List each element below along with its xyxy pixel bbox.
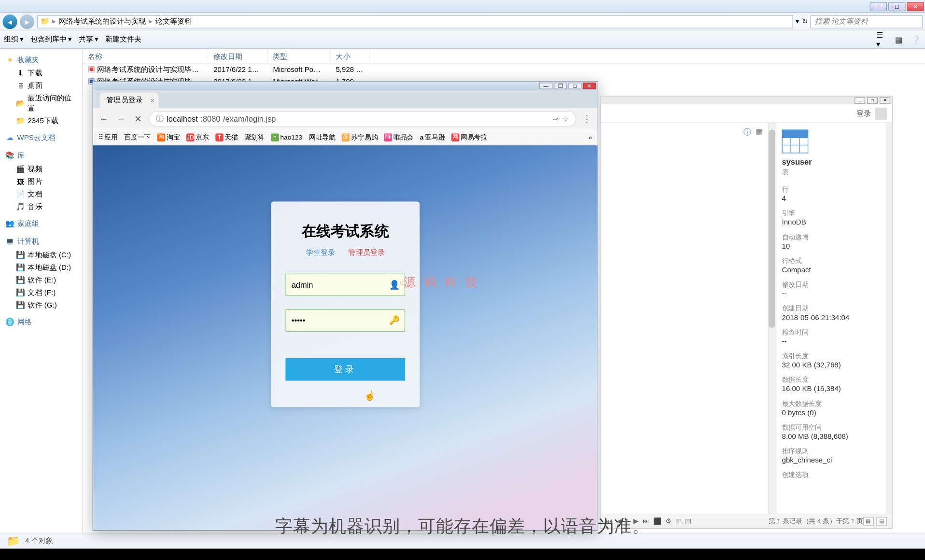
bookmark[interactable]: T天猫 (215, 132, 238, 141)
addr-refresh[interactable]: ↻ (802, 17, 808, 26)
bookmark[interactable]: 网址导航 (309, 132, 336, 141)
scrollbar[interactable] (768, 123, 776, 514)
col-date[interactable]: 修改日期 (208, 49, 267, 63)
side-e[interactable]: 💾软件 (E:) (1, 274, 81, 286)
bookmark[interactable]: 淘淘宝 (157, 132, 180, 141)
side-pc[interactable]: 💻计算机 (1, 235, 81, 249)
file-row[interactable]: ▣ 网络考试系统的设计与实现毕业设计答辩... 2017/6/22 13:42 … (83, 63, 925, 75)
side-video[interactable]: 🎬视频 (1, 163, 81, 175)
db-properties: sysuser 表 行4引擎InnoDB自动递增10行格式Compact修改日期… (777, 123, 893, 514)
side-dl[interactable]: ⬇下载 (1, 67, 81, 79)
side-home[interactable]: 👥家庭组 (1, 217, 81, 231)
side-doc[interactable]: 📄文档 (1, 188, 81, 200)
apps-icon[interactable]: ⠿ 应用 (98, 132, 118, 141)
browser-close[interactable]: ✕ (583, 83, 596, 89)
side-g[interactable]: 💾软件 (G:) (1, 299, 81, 311)
browser-restore[interactable]: ❐ (554, 83, 567, 89)
side-net[interactable]: 🌐网络 (1, 315, 81, 329)
side-recent[interactable]: 📂最近访问的位置 (1, 92, 81, 114)
nav-settings-icon[interactable]: ⚙ (665, 518, 671, 525)
side-c[interactable]: 💾本地磁盘 (C:) (1, 249, 81, 261)
address-bar[interactable]: 📁 ▸ 网络考试系统的设计与实现 ▸ 论文等资料 (37, 15, 793, 28)
tab-student-login[interactable]: 学生登录 (306, 248, 335, 258)
nav-stop-icon[interactable]: ⬛ (653, 518, 661, 525)
db-max[interactable]: □ (867, 97, 878, 104)
db-min[interactable]: — (855, 97, 865, 104)
side-wps[interactable]: ☁WPS云文档 (1, 131, 81, 145)
side-2345[interactable]: 📁2345下载 (1, 114, 81, 127)
bookmark[interactable]: a 亚马逊 (420, 132, 445, 141)
side-music[interactable]: 🎵音乐 (1, 200, 81, 213)
bookmark[interactable]: 网网易考拉 (451, 132, 487, 141)
win-maximize[interactable]: □ (888, 1, 906, 11)
grid-icon[interactable]: ▦ (756, 127, 763, 138)
bookmark[interactable]: hhao123 (271, 133, 302, 141)
url-bar[interactable]: ⓘ localhost:8080/exam/login.jsp ⊸ ☆ (149, 111, 576, 126)
username-input[interactable] (285, 274, 405, 296)
bookmark[interactable]: 聚划算 (245, 132, 265, 141)
bookmark[interactable]: 苏苏宁易购 (342, 132, 378, 141)
addr-dropdown[interactable]: ▾ (796, 18, 799, 25)
video-icon: 🎬 (16, 165, 25, 173)
nav-grid-icon[interactable]: ▦ (675, 518, 681, 525)
nav-back[interactable]: ◄ (2, 14, 17, 28)
nav-list-icon[interactable]: ▤ (685, 518, 691, 525)
browser-max[interactable]: □ (568, 83, 581, 89)
db-close[interactable]: ✕ (880, 97, 890, 104)
side-desktop[interactable]: 🖥桌面 (1, 79, 81, 92)
db-property: 数据长度16.00 KB (16,384) (782, 376, 887, 393)
tb-newfolder[interactable]: 新建文件夹 (105, 34, 141, 44)
search-input[interactable]: 搜索 论文等资料 (810, 15, 923, 28)
back-button[interactable]: ← (97, 112, 110, 125)
nav-forward[interactable]: ► (20, 14, 34, 28)
tab-admin-login[interactable]: 管理员登录 (348, 248, 384, 258)
preview-icon[interactable]: ▦ (894, 34, 904, 45)
db-main-area[interactable]: ⓘ ▦ (601, 123, 776, 514)
footer-btn-1[interactable]: ▦ (863, 517, 874, 526)
tb-share[interactable]: 共享 ▾ (79, 34, 98, 44)
menu-icon[interactable]: ⋮ (580, 112, 593, 125)
password-input[interactable] (285, 309, 405, 332)
info-icon[interactable]: ⓘ (743, 127, 751, 138)
side-scrollbar[interactable] (885, 123, 892, 514)
computer-icon: 💻 (5, 237, 14, 246)
side-fav[interactable]: ★收藏夹 (1, 53, 81, 67)
stop-button[interactable]: ✕ (131, 112, 144, 125)
forward-button[interactable]: → (114, 112, 127, 125)
db-property: 修改日期-- (782, 280, 887, 297)
help-icon[interactable]: ❔ (911, 34, 921, 45)
col-type[interactable]: 类型 (267, 49, 330, 63)
bookmark[interactable]: 唯唯品会 (384, 132, 413, 141)
breadcrumb-1[interactable]: 网络考试系统的设计与实现 (59, 16, 146, 27)
bookmark[interactable]: JD京东 (186, 132, 209, 141)
browser-tab[interactable]: 管理员登录 × (100, 93, 159, 109)
bookmarks-overflow[interactable]: » (589, 134, 592, 141)
db-login-label[interactable]: 登录 (856, 109, 871, 119)
explorer-sidebar: ★收藏夹 ⬇下载 🖥桌面 📂最近访问的位置 📁2345下载 ☁WPS云文档 📚库… (0, 49, 83, 532)
login-button[interactable]: 登录 (285, 358, 405, 381)
music-icon: 🎵 (16, 202, 25, 211)
win-minimize[interactable]: — (870, 1, 887, 11)
browser-min[interactable]: — (539, 83, 552, 89)
tab-close-icon[interactable]: × (150, 96, 155, 105)
bookmark[interactable]: 百度一下 (124, 132, 151, 141)
prop-label: 索引长度 (782, 351, 887, 361)
side-d[interactable]: 💾本地磁盘 (D:) (1, 261, 81, 274)
side-f[interactable]: 💾文档 (F:) (1, 286, 81, 299)
win-close[interactable]: ✕ (907, 1, 924, 11)
col-size[interactable]: 大小 (331, 49, 370, 63)
side-pic[interactable]: 🖼图片 (1, 175, 81, 188)
scroll-thumb[interactable] (769, 129, 775, 328)
tb-organize[interactable]: 组织 ▾ (4, 34, 24, 44)
avatar[interactable] (875, 107, 887, 119)
table-icon (782, 129, 809, 153)
col-name[interactable]: 名称 (83, 49, 208, 63)
tb-include[interactable]: 包含到库中 ▾ (30, 34, 72, 44)
key-icon[interactable]: ⊸ (552, 114, 559, 123)
view-icon[interactable]: ☰ ▾ (876, 34, 887, 45)
breadcrumb-2[interactable]: 论文等资料 (155, 16, 192, 27)
prop-label: 自动递增 (782, 233, 887, 242)
side-lib[interactable]: 📚库 (1, 149, 81, 163)
footer-btn-2[interactable]: ▤ (876, 517, 887, 526)
star-icon[interactable]: ☆ (562, 114, 569, 123)
